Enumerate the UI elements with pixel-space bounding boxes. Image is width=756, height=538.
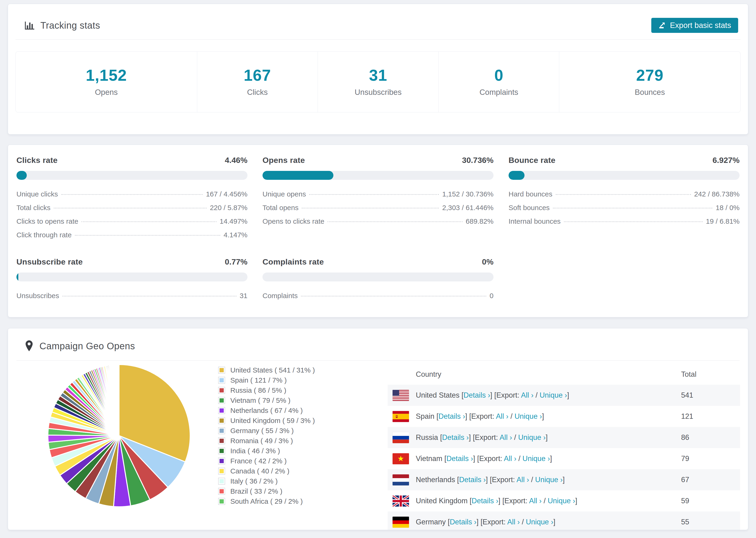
geo-row-total: 67 (681, 476, 740, 484)
stat-value: 1,152 (86, 67, 127, 83)
details-link[interactable]: Details › (442, 433, 469, 442)
legend-item-brazil[interactable]: Brazil ( 33 / 2% ) (218, 486, 380, 496)
rate-title: Bounce rate (509, 156, 556, 165)
legend-item-netherlands[interactable]: Netherlands ( 67 / 4% ) (218, 405, 380, 415)
details-link[interactable]: Details › (439, 412, 465, 420)
rate-title-row: Bounce rate6.927% (509, 156, 739, 165)
geo-table-row-ru: Russia [Details ›] [Export: All › / Uniq… (388, 427, 740, 448)
legend-swatch (218, 437, 225, 444)
geo-row-total: 86 (681, 433, 740, 442)
country-name: Netherlands (416, 476, 457, 484)
rates-card: Clicks rate4.46%Unique clicks167 / 4.456… (8, 144, 748, 317)
export-all-link[interactable]: All › (521, 391, 533, 399)
legend-item-united-kingdom[interactable]: United Kingdom ( 59 / 3% ) (218, 415, 380, 426)
legend-item-canada[interactable]: Canada ( 40 / 2% ) (218, 466, 380, 476)
legend-item-united-states[interactable]: United States ( 541 / 31% ) (218, 365, 380, 375)
slash: / (512, 433, 518, 442)
export-basic-stats-button[interactable]: Export basic stats (651, 18, 738, 33)
gb-flag-icon (393, 496, 409, 507)
country-name: United States (416, 391, 461, 399)
stat-label: Clicks (247, 88, 268, 97)
ru-flag-icon (393, 432, 409, 443)
details-link[interactable]: Details › (450, 518, 477, 526)
bracket: [ (448, 518, 450, 526)
geo-row-total: 59 (681, 497, 740, 505)
rate-value: 0.77% (225, 257, 247, 266)
rate-row: Click through rate4.147% (17, 231, 247, 244)
legend-label: Vietnam ( 79 / 5% ) (230, 397, 291, 404)
rate-row-value: 242 / 86.738% (694, 190, 740, 198)
export-all-link[interactable]: All › (529, 497, 541, 505)
legend-item-france[interactable]: France ( 42 / 2% ) (218, 456, 380, 466)
legend-label: Russia ( 86 / 5% ) (230, 386, 286, 394)
export-unique-link[interactable]: Unique › (548, 497, 575, 505)
export-unique-link[interactable]: Unique › (540, 391, 567, 399)
details-link[interactable]: Details › (459, 476, 486, 484)
rate-progress-bar (262, 171, 494, 180)
bracket: ] [Export: (476, 518, 507, 526)
country-flag-us (388, 390, 416, 401)
rates-grid: Clicks rate4.46%Unique clicks167 / 4.456… (8, 145, 748, 305)
details-link[interactable]: Details › (463, 391, 490, 399)
country-name: Germany (416, 518, 448, 526)
legend-label: United Kingdom ( 59 / 3% ) (230, 417, 315, 425)
geo-header-divider (17, 360, 739, 361)
geo-card-title: Campaign Geo Opens (39, 341, 135, 351)
rate-progress-bar (262, 273, 494, 282)
de-flag-icon (393, 517, 409, 528)
legend-item-italy[interactable]: Italy ( 36 / 2% ) (218, 476, 380, 486)
export-unique-link[interactable]: Unique › (518, 433, 546, 442)
rate-row-label: Unique opens (262, 190, 306, 198)
geo-header-country: Country (416, 370, 681, 379)
legend-item-spain[interactable]: Spain ( 121 / 7% ) (218, 375, 380, 385)
geo-row-country-cell: Germany [Details ›] [Export: All › / Uni… (416, 518, 681, 526)
bracket: ] [Export: (490, 391, 521, 399)
legend-swatch (218, 447, 225, 455)
export-all-link[interactable]: All › (507, 518, 519, 526)
export-unique-link[interactable]: Unique › (522, 455, 550, 463)
bracket: ] (542, 412, 544, 420)
header-divider (16, 39, 740, 40)
rate-row-label: Total opens (262, 204, 298, 212)
rate-progress-fill (509, 171, 524, 180)
export-all-link[interactable]: All › (516, 476, 529, 484)
export-all-link[interactable]: All › (500, 433, 512, 442)
bar-chart-icon (24, 20, 35, 31)
rate-row: Opens to clicks rate689.82% (262, 217, 494, 231)
country-flag-es (388, 411, 416, 422)
rate-row-value: 167 / 4.456% (206, 190, 247, 198)
geo-row-country-cell: Russia [Details ›] [Export: All › / Uniq… (416, 433, 681, 442)
legend-item-romania[interactable]: Romania ( 49 / 3% ) (218, 436, 380, 446)
campaign-overview-page: { "accent": {"teal": "#0b8ba3", "link": … (0, 0, 756, 538)
legend-item-russia[interactable]: Russia ( 86 / 5% ) (218, 385, 380, 395)
rate-section-clicks-rate: Clicks rate4.46%Unique clicks167 / 4.456… (17, 156, 247, 244)
legend-item-india[interactable]: India ( 46 / 3% ) (218, 446, 380, 456)
country-flag-de (388, 517, 416, 528)
rate-rows: Hard bounces242 / 86.738%Soft bounces18 … (509, 190, 739, 231)
details-link[interactable]: Details › (472, 497, 499, 505)
details-link[interactable]: Details › (446, 455, 473, 463)
rate-row-value: 1,152 / 30.736% (442, 190, 494, 198)
export-icon (658, 21, 666, 29)
legend-item-vietnam[interactable]: Vietnam ( 79 / 5% ) (218, 395, 380, 405)
rate-row-label: Clicks to opens rate (17, 217, 78, 225)
geo-row-total: 55 (681, 518, 740, 526)
export-unique-link[interactable]: Unique › (514, 412, 542, 420)
dotted-leader (556, 194, 691, 195)
rate-row: Complaints0 (262, 292, 494, 305)
export-unique-link[interactable]: Unique › (526, 518, 553, 526)
bracket: ] [Export: (499, 497, 529, 505)
legend-swatch (218, 397, 225, 404)
rate-section-opens-rate: Opens rate30.736%Unique opens1,152 / 30.… (262, 156, 494, 244)
export-all-link[interactable]: All › (496, 412, 508, 420)
geo-table-row-gb: United Kingdom [Details ›] [Export: All … (388, 490, 740, 511)
dotted-leader (328, 221, 462, 222)
legend-item-germany[interactable]: Germany ( 55 / 3% ) (218, 426, 380, 436)
legend-item-south-africa[interactable]: South Africa ( 29 / 2% ) (218, 496, 380, 506)
legend-label: Italy ( 36 / 2% ) (230, 477, 278, 485)
export-button-label: Export basic stats (670, 21, 731, 30)
export-all-link[interactable]: All › (504, 455, 516, 463)
geo-row-total: 541 (681, 391, 740, 400)
export-unique-link[interactable]: Unique › (535, 476, 563, 484)
slash: / (533, 391, 540, 399)
